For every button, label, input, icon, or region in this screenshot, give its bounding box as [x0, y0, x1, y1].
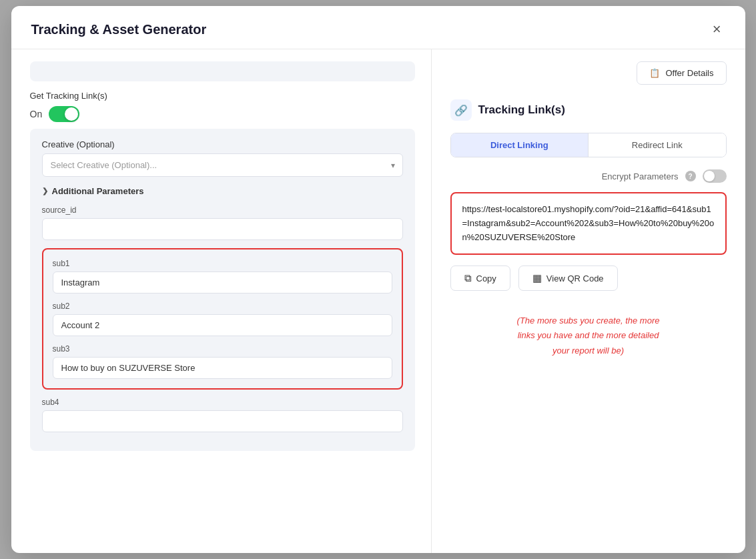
modal-body: Get Tracking Link(s) On	[11, 49, 745, 553]
additional-params: ❯ Additional Parameters source_id	[42, 186, 403, 432]
sub3-label: sub3	[53, 344, 392, 354]
sub2-input[interactable]	[53, 314, 392, 336]
close-button[interactable]: ×	[709, 21, 725, 38]
top-bar-area	[30, 61, 415, 81]
right-panel: 📋 Offer Details 🔗 Tracking Link(s) Direc…	[432, 49, 745, 553]
view-qr-button[interactable]: ▦ View QR Code	[518, 265, 618, 291]
sub1-input[interactable]	[53, 271, 392, 294]
encrypt-toggle[interactable]	[703, 169, 727, 183]
additional-params-label: Additional Parameters	[52, 186, 144, 196]
sub4-input[interactable]	[42, 410, 403, 432]
toggle-text: On	[30, 109, 43, 119]
sub4-group: sub4	[42, 398, 403, 432]
encrypt-toggle-knob	[704, 171, 715, 181]
sub2-group: sub2	[53, 302, 392, 336]
source-id-group: source_id	[42, 205, 403, 240]
sub3-group: sub3	[53, 344, 392, 379]
creative-label: Creative (Optional)	[42, 139, 403, 149]
subs-highlight-box: sub1 sub2 sub3	[42, 248, 403, 390]
info-text: (The more subs you create, the more link…	[450, 314, 727, 358]
toggle-slider	[49, 106, 79, 122]
modal-header: Tracking & Asset Generator ×	[11, 6, 745, 49]
creative-select-wrapper: Select Creative (Optional)... ▾	[42, 153, 403, 177]
tracking-content: Creative (Optional) Select Creative (Opt…	[30, 129, 415, 451]
url-text: https://test-localstore01.myshopify.com/…	[462, 204, 715, 242]
qr-label: View QR Code	[546, 273, 604, 284]
copy-icon: ⧉	[464, 272, 472, 284]
offer-details-label: Offer Details	[665, 68, 713, 78]
additional-params-header[interactable]: ❯ Additional Parameters	[42, 186, 403, 196]
tracking-toggle[interactable]	[49, 106, 79, 122]
url-box: https://test-localstore01.myshopify.com/…	[450, 192, 727, 255]
chevron-icon: ❯	[42, 187, 48, 195]
info-text-box: (The more subs you create, the more link…	[450, 307, 727, 364]
toggle-row: On	[30, 106, 415, 122]
encrypt-label: Encrypt Parameters	[602, 171, 679, 181]
tracking-link-section: 🔗 Tracking Link(s) Direct Linking Redire…	[450, 99, 727, 541]
toggle-knob	[65, 107, 78, 121]
creative-section: Creative (Optional) Select Creative (Opt…	[42, 139, 403, 177]
encrypt-row: Encrypt Parameters ?	[450, 169, 727, 183]
encrypt-toggle-slider	[703, 169, 727, 183]
sub3-input[interactable]	[53, 357, 392, 379]
modal-title: Tracking & Asset Generator	[31, 22, 207, 37]
left-panel: Get Tracking Link(s) On	[11, 49, 432, 553]
tracking-link-header: 🔗 Tracking Link(s)	[450, 99, 727, 121]
sub1-label: sub1	[53, 259, 392, 268]
tab-direct-linking[interactable]: Direct Linking	[451, 133, 589, 157]
action-row: ⧉ Copy ▦ View QR Code	[450, 265, 727, 291]
qr-icon: ▦	[532, 272, 542, 284]
sub2-label: sub2	[53, 302, 392, 311]
creative-select[interactable]: Select Creative (Optional)...	[42, 153, 403, 177]
sub4-label: sub4	[42, 398, 403, 407]
copy-label: Copy	[476, 273, 496, 284]
source-id-input[interactable]	[42, 218, 403, 240]
get-tracking-section: Get Tracking Link(s) On	[30, 91, 415, 122]
offer-details-button[interactable]: 📋 Offer Details	[637, 61, 726, 85]
sub1-group: sub1	[53, 259, 392, 294]
file-icon: 📋	[649, 68, 660, 78]
info-icon[interactable]: ?	[685, 171, 696, 181]
tab-redirect-link[interactable]: Redirect Link	[589, 133, 726, 157]
modal-overlay: Tracking & Asset Generator × Get Trackin…	[0, 0, 756, 559]
link-icon: 🔗	[450, 99, 472, 121]
get-tracking-label: Get Tracking Link(s)	[30, 91, 415, 101]
tab-row: Direct Linking Redirect Link	[450, 133, 727, 157]
copy-button[interactable]: ⧉ Copy	[450, 265, 510, 291]
modal: Tracking & Asset Generator × Get Trackin…	[11, 6, 745, 553]
tracking-link-title: Tracking Link(s)	[478, 103, 565, 117]
source-id-label: source_id	[42, 205, 403, 215]
